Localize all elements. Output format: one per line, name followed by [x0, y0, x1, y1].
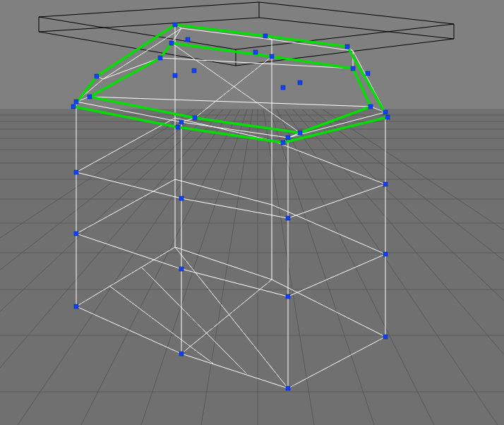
vertex[interactable] — [345, 44, 349, 49]
vertex[interactable] — [88, 95, 92, 99]
vertex[interactable] — [74, 232, 78, 236]
vertex[interactable] — [286, 294, 290, 299]
vertex[interactable] — [71, 104, 76, 109]
vertex[interactable] — [74, 304, 78, 309]
vertex[interactable] — [179, 196, 184, 200]
vertex[interactable] — [383, 110, 388, 114]
vertex[interactable] — [366, 71, 370, 76]
vertex[interactable] — [286, 136, 290, 140]
vertex[interactable] — [95, 74, 99, 78]
vertex[interactable] — [74, 170, 78, 174]
viewport-3d[interactable] — [0, 0, 504, 425]
vertex[interactable] — [263, 34, 268, 38]
vertex[interactable] — [383, 335, 388, 339]
vertex[interactable] — [158, 56, 162, 60]
vertex[interactable] — [383, 252, 388, 256]
vertex[interactable] — [298, 80, 302, 85]
vertex[interactable] — [286, 216, 290, 220]
vertex[interactable] — [176, 125, 180, 129]
vertex[interactable] — [351, 66, 355, 71]
vertex[interactable] — [173, 23, 177, 27]
vertex[interactable] — [281, 140, 285, 145]
vertex[interactable] — [253, 50, 258, 54]
vertex[interactable] — [286, 386, 290, 390]
vertex[interactable] — [368, 104, 373, 109]
vertex[interactable] — [74, 100, 78, 104]
vertex[interactable] — [193, 116, 197, 120]
vertex[interactable] — [192, 68, 196, 73]
vertex[interactable] — [169, 41, 174, 45]
vertex[interactable] — [186, 37, 190, 42]
vertex[interactable] — [385, 115, 390, 119]
vertex[interactable] — [173, 73, 177, 78]
vertex[interactable] — [179, 352, 184, 356]
vertex[interactable] — [281, 85, 285, 90]
vertex[interactable] — [298, 131, 302, 135]
vertex[interactable] — [179, 120, 184, 124]
vertex[interactable] — [179, 267, 184, 271]
vertex[interactable] — [270, 54, 274, 59]
vertex[interactable] — [383, 182, 388, 186]
